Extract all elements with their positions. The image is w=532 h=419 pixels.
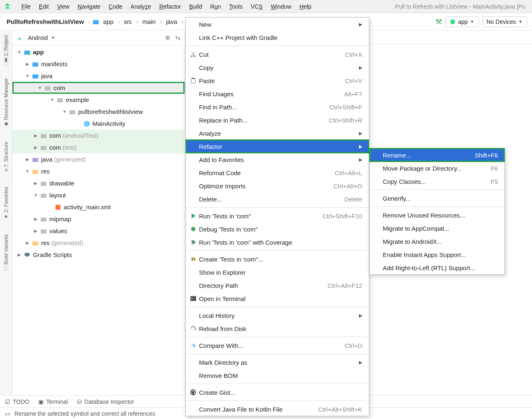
tool-project[interactable]: ▮ 1: Project bbox=[3, 33, 9, 66]
tree-values[interactable]: ▶values bbox=[12, 225, 185, 237]
menu-file[interactable]: File bbox=[17, 2, 35, 12]
tree-gradle-scripts[interactable]: ▶Gradle Scripts bbox=[12, 249, 185, 261]
menu-item-cut[interactable]: CutCtrl+X bbox=[186, 48, 369, 61]
menu-code[interactable]: Code bbox=[104, 2, 126, 12]
menu-item-reload-from-disk[interactable]: Reload from Disk bbox=[186, 322, 369, 335]
menu-vcs[interactable]: VCS bbox=[247, 2, 267, 12]
menu-view[interactable]: View bbox=[53, 2, 74, 12]
breadcrumb-src[interactable]: src bbox=[122, 17, 134, 26]
menu-item-remove-bom[interactable]: Remove BOM bbox=[186, 369, 369, 382]
menu-item-generify[interactable]: Generify... bbox=[370, 192, 504, 205]
menu-item-create-gist[interactable]: Create Gist... bbox=[186, 386, 369, 399]
terminal-icon: ▣ bbox=[38, 398, 44, 405]
tree-example[interactable]: ▼example bbox=[12, 94, 185, 106]
svg-rect-14 bbox=[32, 158, 38, 162]
tree-layout[interactable]: ▼layout bbox=[12, 189, 185, 201]
menu-item-show-in-explorer[interactable]: Show in Explorer bbox=[186, 266, 369, 279]
menu-item-mark-directory-as[interactable]: Mark Directory as▶ bbox=[186, 356, 369, 369]
run-config-dropdown[interactable]: app▼ bbox=[445, 16, 479, 27]
menu-item-enable-instant-apps-support[interactable]: Enable Instant Apps Support... bbox=[370, 248, 504, 261]
menu-item-delete[interactable]: Delete...Delete bbox=[186, 192, 369, 206]
menu-item-add-right-to-left-rtl-support[interactable]: Add Right-to-Left (RTL) Support... bbox=[370, 261, 504, 274]
svg-point-2 bbox=[450, 19, 455, 24]
chevron-right-icon: › bbox=[136, 18, 138, 25]
tree-java-generated[interactable]: ▶java(generated) bbox=[12, 153, 185, 165]
menu-item-copy[interactable]: Copy▶ bbox=[186, 61, 369, 74]
tree-app[interactable]: ▼app bbox=[12, 46, 185, 58]
build-icon[interactable]: ⚒ bbox=[435, 17, 442, 26]
refactor-submenu: Rename...Shift+F6Move Package or Directo… bbox=[369, 148, 505, 275]
tool-resource-manager[interactable]: ◆ Resource Manager bbox=[3, 76, 9, 130]
menu-navigate[interactable]: Navigate bbox=[74, 2, 104, 12]
menu-item-find-usages[interactable]: Find UsagesAlt+F7 bbox=[186, 87, 369, 100]
tree-manifests[interactable]: ▶manifests bbox=[12, 58, 185, 70]
menu-item-compare-with[interactable]: Compare With...Ctrl+D bbox=[186, 339, 369, 352]
project-view-title[interactable]: Android bbox=[28, 35, 48, 41]
tool-database-inspector[interactable]: ⛁Database Inspector bbox=[77, 398, 134, 405]
tree-mainactivity[interactable]: CMainActivity bbox=[12, 118, 185, 130]
menu-item-move-package-or-directory[interactable]: Move Package or Directory...F6 bbox=[370, 162, 504, 175]
menu-item-analyze[interactable]: Analyze▶ bbox=[186, 127, 369, 140]
tree-res-generated[interactable]: ▶res(generated) bbox=[12, 237, 185, 249]
chevron-down-icon[interactable]: ▼ bbox=[51, 35, 55, 40]
svg-rect-5 bbox=[32, 63, 38, 67]
menu-refactor[interactable]: Refactor bbox=[155, 2, 185, 12]
tool-favorites[interactable]: ★ 2: Favorites bbox=[3, 184, 9, 222]
breadcrumb-app[interactable]: app bbox=[102, 17, 115, 26]
menu-item-link-c-project-with-gradle[interactable]: Link C++ Project with Gradle bbox=[186, 31, 369, 44]
menu-item-refactor[interactable]: Refactor▶ bbox=[186, 140, 369, 153]
status-text: Rename the selected symbol and correct a… bbox=[14, 410, 155, 417]
tree-com[interactable]: ▼com bbox=[12, 82, 185, 94]
menu-item-run-tests-in-com-with-coverage[interactable]: Run 'Tests in 'com'' with Coverage bbox=[186, 236, 369, 249]
menu-item-reformat-code[interactable]: Reformat CodeCtrl+Alt+L bbox=[186, 166, 369, 179]
menu-item-convert-java-file-to-kotlin-file[interactable]: Convert Java File to Kotlin FileCtrl+Alt… bbox=[186, 403, 369, 416]
menu-item-remove-unused-resources[interactable]: Remove Unused Resources... bbox=[370, 208, 504, 222]
menu-edit[interactable]: Edit bbox=[35, 2, 53, 12]
menu-window[interactable]: Window bbox=[267, 2, 296, 12]
menu-item-create-tests-in-com[interactable]: Create 'Tests in 'com''... bbox=[186, 252, 369, 266]
menu-item-replace-in-path[interactable]: Replace in Path...Ctrl+Shift+R bbox=[186, 113, 369, 127]
tree-mipmap[interactable]: ▶mipmap bbox=[12, 213, 185, 225]
menu-tools[interactable]: Tools bbox=[225, 2, 247, 12]
menu-item-local-history[interactable]: Local History▶ bbox=[186, 309, 369, 322]
breadcrumb-root[interactable]: PulltoRefreshwithListView bbox=[5, 17, 86, 26]
menu-item-paste[interactable]: PasteCtrl+V bbox=[186, 74, 369, 87]
database-icon: ⛁ bbox=[77, 398, 82, 405]
menu-item-add-to-favorites[interactable]: Add to Favorites▶ bbox=[186, 153, 369, 166]
tree-activity-main-xml[interactable]: activity_main.xml bbox=[12, 201, 185, 213]
menu-build[interactable]: Build bbox=[185, 2, 206, 12]
cut-icon bbox=[190, 51, 199, 58]
project-tree[interactable]: ▼app ▶manifests ▼java ▼com ▼example ▼pul… bbox=[12, 45, 185, 395]
menu-item-migrate-to-appcompat[interactable]: Migrate to AppCompat... bbox=[370, 222, 504, 235]
menu-run[interactable]: Run bbox=[206, 2, 225, 12]
menu-item-rename[interactable]: Rename...Shift+F6 bbox=[370, 148, 504, 162]
menu-item-find-in-path[interactable]: Find in Path...Ctrl+Shift+F bbox=[186, 100, 369, 113]
menu-item-new[interactable]: New▶ bbox=[186, 18, 369, 31]
tool-build-variants[interactable]: ⬚ Build Variants bbox=[3, 232, 9, 274]
filter-icon[interactable]: ⇆ bbox=[175, 34, 180, 42]
menu-item-migrate-to-androidx[interactable]: Migrate to AndroidX... bbox=[370, 235, 504, 248]
tree-pkg[interactable]: ▼pulltorefreshwithlistview bbox=[12, 106, 185, 118]
chevron-down-icon: ▼ bbox=[518, 19, 523, 24]
device-dropdown[interactable]: No Devices▼ bbox=[482, 16, 527, 27]
tree-drawable[interactable]: ▶drawable bbox=[12, 177, 185, 189]
tree-com-androidtest[interactable]: ▶com(androidTest) bbox=[12, 130, 185, 141]
tree-java[interactable]: ▼java bbox=[12, 70, 185, 82]
menu-item-directory-path[interactable]: Directory PathCtrl+Alt+F12 bbox=[186, 279, 369, 292]
menu-item-run-tests-in-com[interactable]: Run 'Tests in 'com''Ctrl+Shift+F10 bbox=[186, 209, 369, 222]
tree-res[interactable]: ▼res bbox=[12, 165, 185, 177]
locate-icon[interactable]: ⊕ bbox=[165, 34, 170, 42]
breadcrumb-main[interactable]: main bbox=[141, 17, 157, 26]
menu-item-optimize-imports[interactable]: Optimize ImportsCtrl+Alt+O bbox=[186, 179, 369, 192]
tree-com-test[interactable]: ▶com(test) bbox=[12, 141, 185, 153]
term-icon bbox=[190, 295, 199, 302]
menu-item-open-in-terminal[interactable]: Open in Terminal bbox=[186, 292, 369, 305]
menu-item-copy-classes[interactable]: Copy Classes...F5 bbox=[370, 175, 504, 188]
tool-todo[interactable]: ☑TODO bbox=[5, 398, 29, 405]
breadcrumb-java[interactable]: java bbox=[164, 17, 179, 26]
menu-analyze[interactable]: Analyze bbox=[127, 2, 155, 12]
menu-item-debug-tests-in-com[interactable]: Debug 'Tests in 'com'' bbox=[186, 222, 369, 236]
tool-terminal[interactable]: ▣Terminal bbox=[38, 398, 68, 405]
tool-structure[interactable]: ≡ 7: Structure bbox=[3, 139, 9, 174]
menu-help[interactable]: Help bbox=[296, 2, 316, 12]
